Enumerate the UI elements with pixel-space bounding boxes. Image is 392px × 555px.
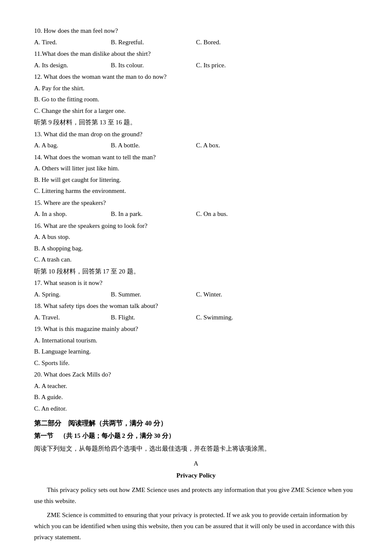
question-15-text: 15. Where are the speakers? xyxy=(34,198,358,209)
question-18-options: A. Travel. B. Flight. C. Swimming. xyxy=(34,312,358,323)
option-17-c: C. Winter. xyxy=(196,289,358,300)
option-13-a: A. A bag. xyxy=(34,140,111,151)
content-wrapper: 10. How does the man feel now? A. Tired.… xyxy=(34,26,358,543)
section-2-subheader: 第一节 （共 15 小题；每小题 2 分，满分 30 分） xyxy=(34,431,358,442)
section-9-header: 听第 9 段材料，回答第 13 至 16 题。 xyxy=(34,117,358,128)
question-17-options: A. Spring. B. Summer. C. Winter. xyxy=(34,289,358,300)
question-15: 15. Where are the speakers? A. In a shop… xyxy=(34,198,358,220)
question-11-options: A. Its design. B. Its colour. C. Its pri… xyxy=(34,60,358,71)
option-15-c: C. On a bus. xyxy=(196,209,358,220)
question-11: 11.What does the man dislike about the s… xyxy=(34,49,358,71)
option-19-c: C. Sports life. xyxy=(34,358,358,369)
option-19-b: B. Language learning. xyxy=(34,346,358,357)
option-10-c: C. Bored. xyxy=(196,37,358,48)
question-16-text: 16. What are the speakers going to look … xyxy=(34,221,358,232)
section-9-text: 听第 9 段材料，回答第 13 至 16 题。 xyxy=(34,117,358,128)
question-14-options: A. Others will litter just like him. B. … xyxy=(34,163,358,197)
question-20-options: A. A teacher. B. A guide. C. An editor. xyxy=(34,381,358,414)
option-12-a: A. Pay for the shirt. xyxy=(34,83,358,94)
question-10-options: A. Tired. B. Regretful. C. Bored. xyxy=(34,37,358,48)
option-11-a: A. Its design. xyxy=(34,60,111,71)
option-16-c: C. A trash can. xyxy=(34,254,358,265)
question-20-text: 20. What does Zack Mills do? xyxy=(34,369,358,380)
option-10-a: A. Tired. xyxy=(34,37,111,48)
section-2-instruction: 阅读下列短文，从每题所给四个选项中，选出最佳选项，并在答题卡上将该项涂黑。 xyxy=(34,443,358,454)
option-15-a: A. In a shop. xyxy=(34,209,111,220)
section-10-header: 听第 10 段材料，回答第 17 至 20 题。 xyxy=(34,266,358,277)
option-11-c: C. Its price. xyxy=(196,60,358,71)
option-12-b: B. Go to the fitting room. xyxy=(34,94,358,105)
option-20-a: A. A teacher. xyxy=(34,381,358,392)
question-17: 17. What season is it now? A. Spring. B.… xyxy=(34,278,358,300)
question-13-options: A. A bag. B. A bottle. C. A box. xyxy=(34,140,358,151)
question-10-text: 10. How does the man feel now? xyxy=(34,26,358,37)
question-11-text: 11.What does the man dislike about the s… xyxy=(34,49,358,60)
question-19: 19. What is this magazine mainly about? … xyxy=(34,324,358,368)
question-14: 14. What does the woman want to tell the… xyxy=(34,152,358,197)
option-17-a: A. Spring. xyxy=(34,289,111,300)
question-13: 13. What did the man drop on the ground?… xyxy=(34,129,358,151)
option-13-c: C. A box. xyxy=(196,140,358,151)
question-15-options: A. In a shop. B. In a park. C. On a bus. xyxy=(34,209,358,220)
question-20: 20. What does Zack Mills do? A. A teache… xyxy=(34,369,358,414)
option-19-a: A. International tourism. xyxy=(34,335,358,346)
question-19-options: A. International tourism. B. Language le… xyxy=(34,335,358,369)
section-2-header: 第二部分 阅读理解（共两节，满分 40 分） xyxy=(34,417,358,429)
question-12: 12. What does the woman want the man to … xyxy=(34,72,358,116)
option-18-a: A. Travel. xyxy=(34,312,111,323)
question-19-text: 19. What is this magazine mainly about? xyxy=(34,324,358,335)
question-12-text: 12. What does the woman want the man to … xyxy=(34,72,358,83)
question-10: 10. How does the man feel now? A. Tired.… xyxy=(34,26,358,48)
option-17-b: B. Summer. xyxy=(111,289,196,300)
question-18: 18. What safety tips does the woman talk… xyxy=(34,301,358,323)
question-12-options: A. Pay for the shirt. B. Go to the fitti… xyxy=(34,83,358,117)
option-13-b: B. A bottle. xyxy=(111,140,196,151)
question-16: 16. What are the speakers going to look … xyxy=(34,221,358,265)
option-11-b: B. Its colour. xyxy=(111,60,196,71)
option-15-b: B. In a park. xyxy=(111,209,196,220)
option-16-b: B. A shopping bag. xyxy=(34,243,358,254)
option-10-b: B. Regretful. xyxy=(111,37,196,48)
passage-a-para-1: This privacy policy sets out how ZME Sci… xyxy=(34,484,358,507)
option-12-c: C. Change the shirt for a larger one. xyxy=(34,106,358,117)
question-18-text: 18. What safety tips does the woman talk… xyxy=(34,301,358,312)
option-16-a: A. A bus stop. xyxy=(34,232,358,243)
question-17-text: 17. What season is it now? xyxy=(34,278,358,289)
section-10-text: 听第 10 段材料，回答第 17 至 20 题。 xyxy=(34,266,358,277)
option-14-c: C. Littering harms the environment. xyxy=(34,186,358,197)
option-20-c: C. An editor. xyxy=(34,403,358,414)
option-14-a: A. Others will litter just like him. xyxy=(34,163,358,174)
question-13-text: 13. What did the man drop on the ground? xyxy=(34,129,358,140)
passage-a-para-2: ZME Science is committed to ensuring tha… xyxy=(34,509,358,543)
option-20-b: B. A guide. xyxy=(34,392,358,403)
option-14-b: B. He will get caught for littering. xyxy=(34,175,358,186)
question-14-text: 14. What does the woman want to tell the… xyxy=(34,152,358,163)
passage-a-title: Privacy Policy xyxy=(34,470,358,481)
option-18-b: B. Flight. xyxy=(111,312,196,323)
question-16-options: A. A bus stop. B. A shopping bag. C. A t… xyxy=(34,232,358,265)
passage-a-letter: A xyxy=(34,458,358,469)
option-18-c: C. Swimming. xyxy=(196,312,358,323)
